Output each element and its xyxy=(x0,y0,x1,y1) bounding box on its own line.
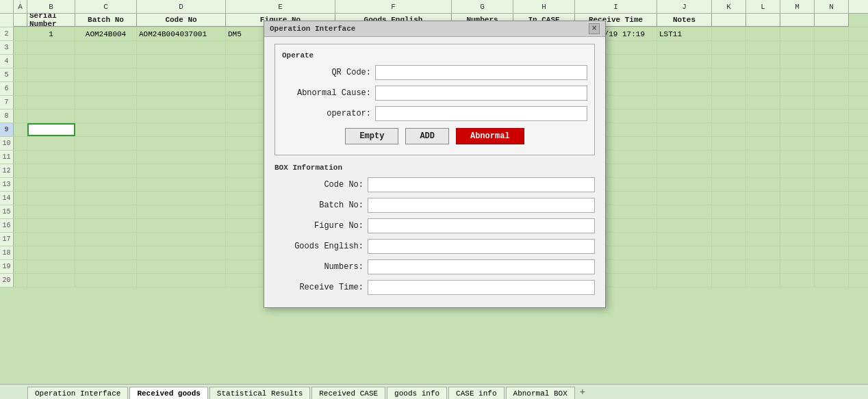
cell-serial: 1 xyxy=(27,27,75,40)
tab-case-info[interactable]: CASE info xyxy=(448,387,504,399)
box-receive-label: Receive Time: xyxy=(275,283,363,292)
header-cell-a xyxy=(14,14,27,27)
qr-code-row: QR Code: xyxy=(282,65,587,80)
box-info-title: BOX Information xyxy=(275,164,595,172)
operate-buttons: Empty ADD Abnormal xyxy=(282,128,587,144)
box-code-input[interactable] xyxy=(368,177,595,192)
box-numbers-row: Numbers: xyxy=(275,259,595,274)
dialog-titlebar: Operation Interface × xyxy=(264,21,605,37)
abnormal-cause-row: Abnormal Cause: xyxy=(282,86,587,101)
header-notes: Notes xyxy=(657,14,712,27)
tab-abnormal-box[interactable]: Abnormal BOX xyxy=(506,387,575,399)
dialog-close-button[interactable]: × xyxy=(589,23,600,34)
cell-2j xyxy=(712,27,746,40)
header-serial-number: Serial Number xyxy=(27,14,75,27)
abnormal-button[interactable]: Abnormal xyxy=(456,128,524,144)
box-figure-row: Figure No: xyxy=(275,218,595,233)
row-num-2: 2 xyxy=(0,27,14,40)
bottom-tabs: Operation Interface Received goods Stati… xyxy=(0,384,868,399)
empty-button[interactable]: Empty xyxy=(345,128,398,144)
cell-2a xyxy=(14,27,27,40)
col-serial-header: B xyxy=(27,0,75,13)
add-button[interactable]: ADD xyxy=(405,128,449,144)
box-receive-row: Receive Time: xyxy=(275,280,595,295)
tab-operation-interface[interactable]: Operation Interface xyxy=(27,387,128,399)
operator-input[interactable] xyxy=(375,106,587,121)
box-code-label: Code No: xyxy=(275,180,363,190)
box-receive-input[interactable] xyxy=(368,280,595,295)
tab-add-button[interactable]: + xyxy=(576,385,589,399)
tab-goods-info[interactable]: goods info xyxy=(387,387,447,399)
qr-code-label: QR Code: xyxy=(282,68,371,77)
col-code-header: D xyxy=(137,0,226,13)
tab-received-goods[interactable]: Received goods xyxy=(129,387,207,399)
cell-batch: AOM24B004 xyxy=(75,27,137,40)
col-figure-header: E xyxy=(226,0,335,13)
header-code-no: Code No xyxy=(137,14,226,27)
col-notes-header: J xyxy=(657,0,712,13)
cell-2m xyxy=(815,27,849,40)
dialog-title: Operation Interface xyxy=(270,25,355,33)
header-m xyxy=(815,14,849,27)
operate-section-title: Operate xyxy=(282,51,587,60)
col-goods-header: F xyxy=(335,0,452,13)
box-info-section: BOX Information Code No: Batch No: Figur… xyxy=(275,164,595,295)
col-k-header: K xyxy=(712,0,746,13)
col-a-header: A xyxy=(14,0,27,13)
col-incase-header: H xyxy=(513,0,575,13)
row-num-header xyxy=(0,0,14,13)
col-numbers-header: G xyxy=(452,0,513,13)
highlighted-cell-b9[interactable] xyxy=(27,123,75,136)
box-batch-row: Batch No: xyxy=(275,198,595,213)
box-goods-label: Goods English: xyxy=(275,242,363,251)
box-batch-input[interactable] xyxy=(368,198,595,213)
header-j xyxy=(712,14,746,27)
col-n-header: N xyxy=(815,0,849,13)
col-l-header: L xyxy=(746,0,780,13)
box-batch-label: Batch No: xyxy=(275,201,363,210)
box-figure-label: Figure No: xyxy=(275,221,363,231)
box-numbers-label: Numbers: xyxy=(275,262,363,272)
box-numbers-input[interactable] xyxy=(368,259,595,274)
box-figure-input[interactable] xyxy=(368,218,595,233)
abnormal-cause-input[interactable] xyxy=(375,86,587,101)
header-l xyxy=(780,14,815,27)
box-code-row: Code No: xyxy=(275,177,595,192)
header-batch-no: Batch No xyxy=(75,14,137,27)
operate-section: Operate QR Code: Abnormal Cause: operato… xyxy=(275,44,595,155)
cell-notes: LST11 xyxy=(657,27,712,40)
col-batch-header: C xyxy=(75,0,137,13)
cell-code: AOM24B004037001 xyxy=(137,27,226,40)
column-headers: A B C D E F G H I J K L M N xyxy=(0,0,868,14)
operator-label: operator: xyxy=(282,109,371,118)
box-goods-input[interactable] xyxy=(368,239,595,254)
qr-code-input[interactable] xyxy=(375,65,587,80)
col-m-header: M xyxy=(780,0,815,13)
tab-received-case[interactable]: Received CASE xyxy=(311,387,385,399)
dialog-body: Operate QR Code: Abnormal Cause: operato… xyxy=(264,37,605,307)
cell-2k xyxy=(746,27,780,40)
header-k xyxy=(746,14,780,27)
box-goods-row: Goods English: xyxy=(275,239,595,254)
row-num-1 xyxy=(0,14,14,27)
col-receive-header: I xyxy=(575,0,657,13)
tab-statistical-results[interactable]: Statistical Results xyxy=(209,387,310,399)
cell-2l xyxy=(780,27,815,40)
abnormal-cause-label: Abnormal Cause: xyxy=(282,88,371,98)
operator-row: operator: xyxy=(282,106,587,121)
operation-dialog: Operation Interface × Operate QR Code: A… xyxy=(264,21,606,308)
